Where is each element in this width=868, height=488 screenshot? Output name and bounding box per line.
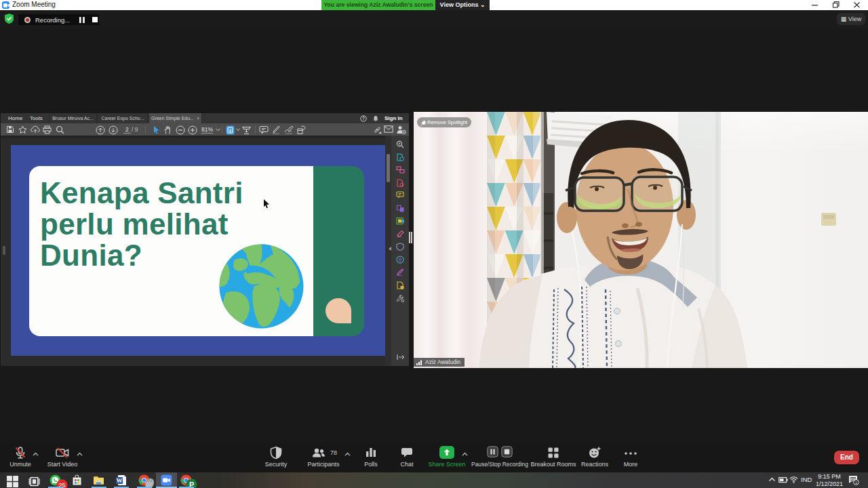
svg-text:1: 1 — [855, 481, 857, 485]
svg-text:?: ? — [362, 116, 365, 121]
svg-text:W: W — [117, 477, 123, 484]
